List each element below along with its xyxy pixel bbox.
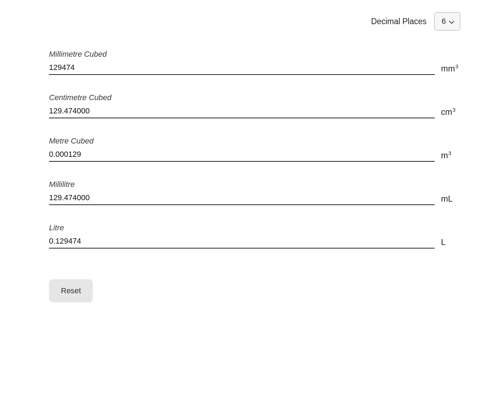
field-row-metre-cubed: Metre Cubed m3	[49, 136, 462, 162]
field-input-centimetre-cubed[interactable]	[49, 106, 435, 118]
reset-row: Reset	[49, 279, 462, 302]
reset-button[interactable]: Reset	[49, 279, 93, 302]
field-row-litre: Litre L	[49, 223, 462, 248]
field-input-litre[interactable]	[49, 236, 435, 248]
field-row-millimetre-cubed: Millimetre Cubed mm3	[49, 50, 462, 75]
unit-millilitre: mL	[441, 194, 462, 205]
field-main: Centimetre Cubed	[49, 93, 435, 118]
unit-centimetre-cubed: cm3	[441, 107, 462, 118]
field-label-metre-cubed: Metre Cubed	[49, 136, 435, 146]
field-main: Millilitre	[49, 180, 435, 205]
unit-metre-cubed: m3	[441, 150, 462, 162]
field-label-millimetre-cubed: Millimetre Cubed	[49, 50, 435, 59]
decimal-places-label: Decimal Places	[371, 17, 427, 26]
field-row-millilitre: Millilitre mL	[49, 180, 462, 205]
decimal-places-select[interactable]: 6	[434, 12, 460, 30]
field-label-millilitre: Millilitre	[49, 180, 435, 189]
field-input-millimetre-cubed[interactable]	[49, 62, 435, 75]
field-main: Metre Cubed	[49, 136, 435, 162]
decimal-places-row: Decimal Places 6	[49, 12, 462, 30]
field-label-litre: Litre	[49, 223, 435, 232]
unit-litre: L	[441, 237, 462, 248]
decimal-places-value: 6	[442, 17, 446, 26]
field-main: Litre	[49, 223, 435, 248]
field-row-centimetre-cubed: Centimetre Cubed cm3	[49, 93, 462, 118]
field-label-centimetre-cubed: Centimetre Cubed	[49, 93, 435, 102]
conversion-fields: Millimetre Cubed mm3 Centimetre Cubed cm…	[49, 50, 462, 248]
field-input-metre-cubed[interactable]	[49, 149, 435, 162]
unit-millimetre-cubed: mm3	[441, 63, 462, 75]
field-main: Millimetre Cubed	[49, 50, 435, 75]
field-input-millilitre[interactable]	[49, 192, 435, 205]
chevron-down-icon	[449, 19, 454, 24]
